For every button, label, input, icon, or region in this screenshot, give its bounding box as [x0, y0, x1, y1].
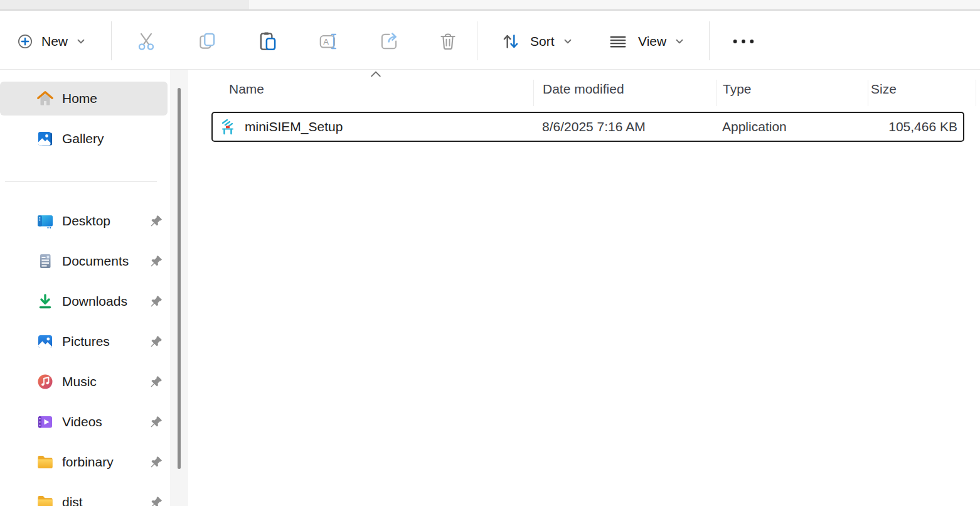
sidebar-item-documents[interactable]: Documents — [0, 244, 168, 278]
toolbar-divider — [709, 21, 710, 60]
paste-icon — [257, 30, 279, 53]
sidebar-item-music[interactable]: Music — [0, 365, 168, 399]
sidebar-item-downloads[interactable]: Downloads — [0, 284, 168, 318]
pin-icon — [149, 495, 163, 506]
pin-icon — [149, 254, 163, 268]
chevron-down-icon — [675, 38, 684, 45]
sidebar-divider — [5, 181, 157, 182]
file-type-cell: Application — [722, 113, 787, 141]
file-size-cell: 105,466 KB — [888, 113, 957, 141]
sidebar-item-label: Documents — [62, 254, 129, 269]
app-setup-icon — [218, 117, 237, 136]
file-list-pane: Name Date modified Type Size miniSIEM_Se… — [188, 70, 980, 506]
share-button[interactable] — [371, 23, 407, 60]
pin-icon — [149, 214, 163, 228]
sidebar-item-label: Home — [62, 91, 97, 106]
command-toolbar: New A Sort View — [0, 12, 980, 70]
file-date-modified-cell: 8/6/2025 7:16 AM — [542, 113, 646, 141]
new-button[interactable]: New — [11, 26, 93, 57]
pin-icon — [149, 415, 163, 429]
folder-icon — [36, 493, 55, 506]
desktop-icon — [36, 212, 55, 230]
sort-ascending-icon — [370, 70, 381, 78]
sidebar-item-label: Music — [62, 374, 97, 389]
cut-button[interactable] — [129, 23, 164, 60]
sidebar-item-label: forbinary — [62, 455, 114, 470]
sidebar-item-home[interactable]: Home — [0, 82, 168, 116]
column-resize-handle[interactable] — [976, 80, 976, 106]
downloads-icon — [36, 292, 55, 311]
more-options-button[interactable] — [724, 23, 763, 60]
sidebar-item-label: Desktop — [62, 213, 110, 229]
sidebar-item-label: dist — [62, 495, 83, 506]
column-header-name[interactable]: Name — [229, 82, 264, 97]
tab-bar-remnant — [0, 0, 249, 9]
file-name-cell: miniSIEM_Setup — [218, 113, 343, 141]
chevron-down-icon — [77, 38, 85, 45]
folder-icon — [36, 453, 55, 471]
sidebar-item-videos[interactable]: Videos — [0, 405, 168, 439]
rename-button[interactable]: A — [311, 23, 346, 60]
cut-icon — [135, 30, 157, 53]
delete-button[interactable] — [430, 23, 466, 60]
pin-icon — [149, 375, 163, 389]
column-header-row: Name Date modified Type Size — [188, 70, 980, 109]
share-icon — [378, 30, 400, 53]
sidebar-item-label: Pictures — [62, 334, 110, 349]
music-icon — [36, 372, 55, 391]
sidebar-item-desktop[interactable]: Desktop — [0, 204, 168, 238]
pin-icon — [149, 335, 163, 348]
sidebar-item-dist[interactable]: dist — [0, 485, 168, 506]
new-button-label: New — [41, 34, 68, 49]
column-resize-handle[interactable] — [716, 80, 717, 106]
toolbar-divider — [111, 21, 112, 60]
sidebar-item-gallery[interactable]: Gallery — [0, 122, 168, 156]
sidebar-item-forbinary[interactable]: forbinary — [0, 445, 168, 479]
toolbar-divider — [477, 21, 477, 60]
sort-icon — [500, 31, 521, 52]
view-button[interactable]: View — [599, 26, 693, 57]
file-name-text: miniSIEM_Setup — [245, 119, 343, 134]
view-icon — [607, 30, 629, 53]
column-resize-handle[interactable] — [533, 80, 534, 106]
videos-icon — [36, 412, 55, 431]
pin-icon — [149, 294, 163, 308]
sort-button[interactable]: Sort — [493, 26, 581, 57]
home-icon — [36, 89, 55, 108]
file-row-miniSIEM_Setup[interactable]: miniSIEM_Setup8/6/2025 7:16 AMApplicatio… — [211, 112, 964, 142]
column-header-size[interactable]: Size — [871, 82, 897, 97]
pictures-icon — [36, 332, 55, 351]
sidebar-item-pictures[interactable]: Pictures — [0, 325, 168, 358]
sidebar-scrollbar-thumb[interactable] — [178, 88, 181, 469]
plus-circle-icon — [18, 34, 33, 49]
sidebar-item-label: Videos — [62, 414, 102, 429]
copy-button[interactable] — [189, 23, 225, 60]
copy-icon — [196, 30, 218, 53]
ellipsis-icon — [731, 38, 756, 45]
sort-button-label: Sort — [530, 34, 555, 49]
column-resize-handle[interactable] — [868, 80, 868, 106]
sidebar-item-label: Downloads — [62, 294, 127, 309]
paste-button[interactable] — [250, 23, 285, 60]
file-rows: miniSIEM_Setup8/6/2025 7:16 AMApplicatio… — [188, 112, 980, 142]
gallery-icon — [36, 129, 55, 148]
view-button-label: View — [638, 34, 666, 49]
rename-icon: A — [317, 30, 340, 53]
column-header-type[interactable]: Type — [723, 82, 752, 97]
pin-icon — [149, 455, 163, 469]
chevron-down-icon — [563, 38, 572, 45]
column-header-date-modified[interactable]: Date modified — [543, 82, 624, 97]
svg-text:A: A — [323, 37, 329, 46]
window-top-strip — [0, 0, 980, 11]
sidebar-item-list: Home Gallery Desktop Documents Downloads… — [0, 82, 169, 506]
sidebar-item-label: Gallery — [62, 131, 104, 146]
documents-icon — [36, 252, 55, 271]
delete-icon — [437, 30, 459, 53]
navigation-pane: Home Gallery Desktop Documents Downloads… — [0, 70, 169, 506]
